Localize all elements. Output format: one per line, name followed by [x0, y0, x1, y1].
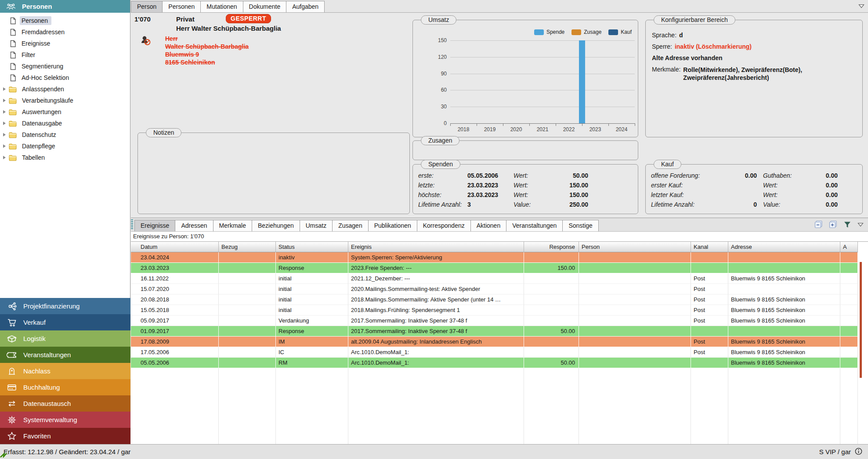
- module-projektfinanzierung[interactable]: Projektfinanzierung: [0, 298, 130, 314]
- cell-datum: 15.07.2020: [131, 284, 219, 294]
- cell-adresse: [728, 263, 840, 273]
- tab-label: Mutationen: [206, 3, 237, 10]
- column-header[interactable]: Ereignis: [348, 242, 524, 252]
- table-header-row: Datum Bezug Status Ereignis Response Per…: [131, 241, 868, 252]
- sidebar-folder-item[interactable]: Verarbeitungsläufe: [0, 95, 130, 106]
- module-datenaustausch[interactable]: Datenaustausch: [0, 395, 130, 412]
- table-row[interactable]: 20.08.2018 initial 2018.Mailings.Sommerm…: [131, 294, 868, 305]
- detail-tab[interactable]: Umsatz: [300, 220, 333, 231]
- sidebar-folder-item[interactable]: Datenausgabe: [0, 118, 130, 129]
- chevron-right-icon[interactable]: [3, 133, 6, 136]
- main-tab[interactable]: Aufgaben: [286, 1, 325, 12]
- cell-ereignis: Arc.1010.DemoMail_1:: [348, 358, 524, 368]
- cell-a: [840, 347, 858, 358]
- person-id: 1'070: [134, 15, 151, 23]
- module-logistik[interactable]: Logistik: [0, 330, 130, 347]
- table-row[interactable]: 15.07.2020 initial 2020.Mailings.Sommerm…: [131, 284, 868, 294]
- detail-tab[interactable]: Adressen: [175, 220, 213, 231]
- chevron-right-icon[interactable]: [3, 110, 6, 114]
- cell-a: [840, 358, 858, 368]
- main-tab[interactable]: Personen: [162, 1, 201, 12]
- stat-value: 50.00: [550, 172, 588, 179]
- table-row[interactable]: 05.09.2017 Verdankung 2017.Sommermailing…: [131, 316, 868, 326]
- stat-value: 0.00: [799, 201, 838, 208]
- cell-a: [840, 294, 858, 305]
- chevron-right-icon[interactable]: [3, 156, 6, 159]
- expand-windows-icon[interactable]: [829, 220, 837, 229]
- sperre-value: inaktiv (Löschmarkierung): [675, 43, 752, 50]
- module-verkauf[interactable]: Verkauf: [0, 314, 130, 330]
- column-header[interactable]: Adresse: [728, 242, 840, 252]
- chevron-right-icon[interactable]: [3, 99, 6, 102]
- sidebar-folder-item[interactable]: Datenpflege: [0, 140, 130, 152]
- table-row[interactable]: 23.04.2024 inaktiv System.Sperren: Sperr…: [131, 252, 868, 263]
- detail-tab[interactable]: Sonstige: [562, 220, 598, 231]
- cell-ereignis: 2018.Mailings.Frühling: Spendersegment 1: [348, 305, 524, 316]
- detail-tab[interactable]: Veranstaltungen: [506, 220, 563, 231]
- tab-label: Veranstaltungen: [512, 222, 557, 229]
- column-header[interactable]: Response: [524, 242, 579, 252]
- column-header[interactable]: Person: [579, 242, 691, 252]
- sidebar-item[interactable]: Personen: [0, 15, 130, 26]
- detail-tab[interactable]: Zusagen: [332, 220, 368, 231]
- cell-person: [579, 305, 691, 316]
- dropdown-icon[interactable]: [857, 222, 864, 227]
- tab-label: Aufgaben: [292, 3, 318, 10]
- sidebar-item[interactable]: Ereignisse: [0, 38, 130, 49]
- detail-tab[interactable]: Publikationen: [368, 220, 417, 231]
- collapse-windows-icon[interactable]: [814, 220, 823, 229]
- table-row[interactable]: 16.11.2022 initial 2021.12_Dezember: ---…: [131, 273, 868, 284]
- chevron-right-icon[interactable]: [3, 87, 6, 91]
- column-header[interactable]: Bezug: [219, 242, 276, 252]
- chevron-right-icon[interactable]: [3, 144, 6, 148]
- sidebar-folder-item[interactable]: Auswertungen: [0, 106, 130, 118]
- info-icon[interactable]: [854, 447, 863, 457]
- sidebar-folder-item[interactable]: Tabellen: [0, 152, 130, 163]
- detail-tab[interactable]: Aktionen: [470, 220, 506, 231]
- module-systemverwaltung[interactable]: Systemverwaltung: [0, 412, 130, 428]
- cell-ereignis: 2017.Sommermailing: Inaktive Spener 37-4…: [348, 316, 524, 326]
- stat-value-label: Wert:: [514, 191, 550, 198]
- main-tab[interactable]: Person: [131, 1, 163, 12]
- sidebar-item[interactable]: Fremdadressen: [0, 26, 130, 38]
- sidebar-folder-item[interactable]: Datenschutz: [0, 129, 130, 140]
- sidebar-folder-item[interactable]: Anlassspenden: [0, 83, 130, 95]
- sidebar-item[interactable]: Segmentierung: [0, 61, 130, 72]
- table-row[interactable]: 17.08.2009 IM alt.2009.04 Augustmailing:…: [131, 337, 868, 347]
- tab-label: Umsatz: [306, 222, 326, 229]
- column-header[interactable]: A: [840, 242, 858, 252]
- table-row[interactable]: 15.05.2018 initial 2018.Mailings.Frühlin…: [131, 305, 868, 316]
- main-tab[interactable]: Mutationen: [200, 1, 243, 12]
- detail-tab[interactable]: Merkmale: [213, 220, 252, 231]
- detail-tab[interactable]: Korrespondenz: [417, 220, 471, 231]
- module-favoriten[interactable]: Favoriten: [0, 428, 130, 444]
- tab-label: Beziehungen: [258, 222, 294, 229]
- detail-tab[interactable]: Beziehungen: [252, 220, 300, 231]
- table-row[interactable]: 01.09.2017 Response 2017.Sommermailing: …: [131, 326, 868, 337]
- cell-bezug: [219, 284, 276, 294]
- table-caption: Ereignisse zu Person: 1'070: [131, 232, 868, 241]
- folder-icon: [9, 132, 17, 138]
- column-header[interactable]: Status: [276, 242, 348, 252]
- module-nachlass[interactable]: Nachlass: [0, 363, 130, 379]
- table-row[interactable]: 23.03.2023 Response 2023.Freie Spenden: …: [131, 263, 868, 273]
- module-veranstaltungen[interactable]: Veranstaltungen: [0, 347, 130, 363]
- sidebar: Personen Personen Fremdadressen: [0, 0, 130, 444]
- chevron-right-icon[interactable]: [3, 122, 6, 125]
- sidebar-header[interactable]: Personen: [0, 0, 130, 13]
- sidebar-item[interactable]: Ad-Hoc Selektion: [0, 72, 130, 83]
- filter-icon[interactable]: [843, 221, 851, 229]
- stat-label: erster Kauf:: [651, 182, 717, 189]
- main-tab[interactable]: Dokumente: [243, 1, 287, 12]
- tab-overflow-dropdown-icon[interactable]: [858, 3, 864, 10]
- table-row[interactable]: 17.05.2006 IC Arc.1010.DemoMail_1: Post …: [131, 347, 868, 358]
- stat-value: 150.00: [550, 182, 588, 189]
- table-row[interactable]: 05.05.2006 RM Arc.1010.DemoMail_1: 50.00…: [131, 358, 868, 368]
- sidebar-item[interactable]: Filter: [0, 49, 130, 61]
- splitter-grip[interactable]: [131, 219, 133, 230]
- column-header[interactable]: Kanal: [691, 242, 728, 252]
- module-buchhaltung[interactable]: Buchhaltung: [0, 379, 130, 395]
- detail-tab[interactable]: Ereignisse: [134, 220, 175, 231]
- stat-value: 0.00: [799, 191, 838, 198]
- column-header[interactable]: Datum: [131, 242, 219, 252]
